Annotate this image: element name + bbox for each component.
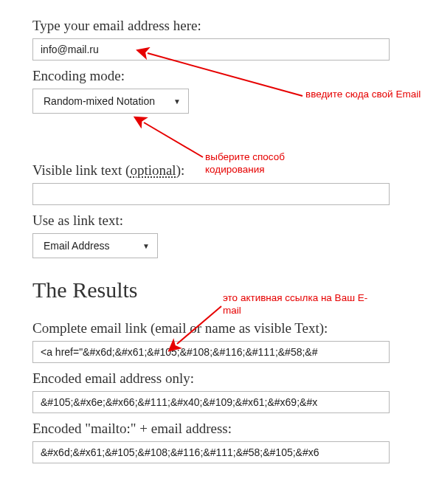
chevron-down-icon: ▼ (142, 242, 150, 250)
visible-link-text-label: Visible link text (optional): (32, 162, 407, 179)
encoded-only-output[interactable] (32, 391, 390, 413)
chevron-down-icon: ▼ (173, 97, 181, 106)
annotation-email: введите сюда свой Email (305, 89, 431, 101)
results-heading: The Results (32, 277, 407, 303)
use-as-link-text-select[interactable]: Email Address ▼ (32, 233, 158, 258)
complete-link-output[interactable] (32, 341, 390, 363)
email-input[interactable] (32, 38, 390, 61)
encoded-mailto-output[interactable] (32, 441, 390, 463)
optional-text: optional (130, 162, 176, 178)
visible-link-text-label-pre: Visible link text ( (32, 162, 130, 178)
visible-link-text-label-post: ): (176, 162, 185, 178)
encoding-mode-select[interactable]: Random-mixed Notation ▼ (32, 89, 189, 114)
use-as-link-text-value: Email Address (44, 240, 138, 252)
use-as-link-text-label: Use as link text: (32, 213, 407, 229)
visible-link-text-input[interactable] (32, 183, 390, 205)
encoded-mailto-label: Encoded "mailto:" + email address: (32, 421, 407, 437)
page-root: Type your email address here: Encoding m… (0, 0, 439, 504)
encoding-mode-value: Random-mixed Notation (44, 95, 169, 107)
complete-link-label: Complete email link (email or name as vi… (32, 320, 407, 336)
encoded-only-label: Encoded email address only: (32, 370, 407, 387)
encoding-mode-label: Encoding mode: (32, 68, 407, 84)
email-label: Type your email address here: (32, 18, 407, 34)
